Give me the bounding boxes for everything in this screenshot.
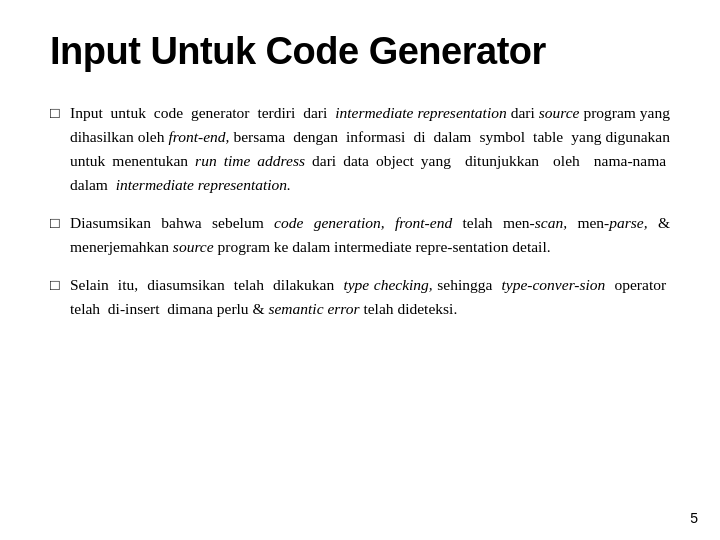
slide-title: Input Untuk Code Generator xyxy=(50,30,670,73)
slide: Input Untuk Code Generator □ Input untuk… xyxy=(0,0,720,540)
bullet-3: □ Selain itu, diasumsikan telah dilakuka… xyxy=(50,273,670,321)
bullet-2: □ Diasumsikan bahwa sebelum code generat… xyxy=(50,211,670,259)
bullet-symbol-2: □ xyxy=(50,211,68,235)
page-number: 5 xyxy=(690,510,698,526)
bullet-symbol-1: □ xyxy=(50,101,68,125)
bullet-1: □ Input untuk code generator terdiri dar… xyxy=(50,101,670,197)
bullet-text-1: Input untuk code generator terdiri dari … xyxy=(70,101,670,197)
bullet-text-3: Selain itu, diasumsikan telah dilakukan … xyxy=(70,273,670,321)
bullet-text-2: Diasumsikan bahwa sebelum code generatio… xyxy=(70,211,670,259)
bullet-symbol-3: □ xyxy=(50,273,68,297)
content-area: □ Input untuk code generator terdiri dar… xyxy=(50,101,670,321)
